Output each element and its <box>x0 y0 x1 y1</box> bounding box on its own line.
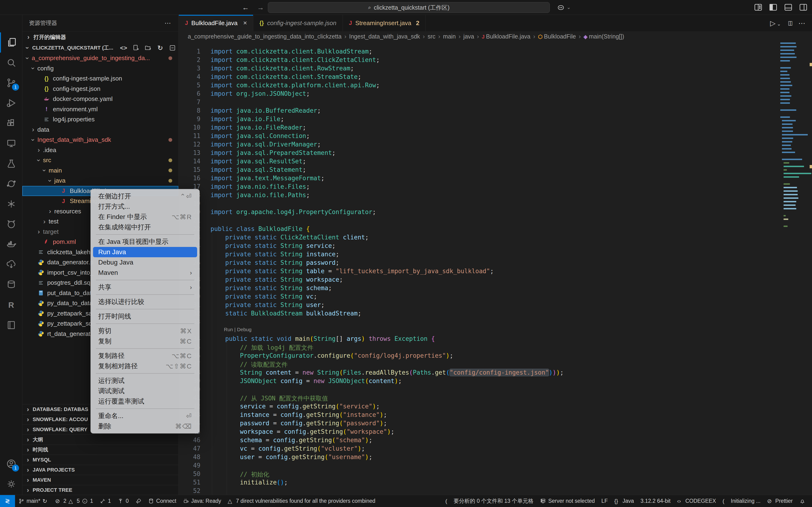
tree-item-config-ingest.json[interactable]: {}config-ingest.json <box>22 84 178 94</box>
open-editors-section[interactable]: › 打开的编辑器 <box>22 31 178 43</box>
remote-indicator[interactable]: ≷ <box>0 495 15 507</box>
search-icon[interactable] <box>0 53 22 73</box>
menu-item-在-Java-项目视图中显示[interactable]: 在 Java 项目视图中显示 <box>93 237 197 247</box>
status-launch[interactable] <box>132 495 145 507</box>
menu-item-在集成终端中打开[interactable]: 在集成终端中打开 <box>93 222 197 232</box>
breadcrumb-segment[interactable]: ◈main(String[]) <box>583 33 624 40</box>
status-eol[interactable]: LF <box>598 495 611 507</box>
panel-bottom-icon[interactable] <box>784 3 793 12</box>
source-control-icon[interactable]: 1 <box>0 73 22 93</box>
menu-item-在侧边打开[interactable]: 在侧边打开⌃⏎ <box>93 191 197 202</box>
workspace-section-header[interactable]: › CLICKZETTA_QUICKSTART (工... <>↻ <box>22 43 178 53</box>
menu-item-复制路径[interactable]: 复制路径⌥⌘C <box>93 351 197 361</box>
status-analysis[interactable]: (要分析的 0 个文件和 13 个单元格 <box>442 495 537 507</box>
tree-item-log4j.properties[interactable]: log4j.properties <box>22 114 178 125</box>
status-git-branch[interactable]: main*↻ <box>15 495 52 507</box>
breadcrumb-segment[interactable]: main <box>443 33 456 40</box>
tree-item-config[interactable]: ›config <box>22 63 178 74</box>
status-tools[interactable]: 1 <box>96 495 114 507</box>
breadcrumb-segment[interactable]: a_comprehensive_guide_to_ingesting_data_… <box>188 33 342 40</box>
menu-item-复制相对路径[interactable]: 复制相对路径⌥⇧⌘C <box>93 361 197 371</box>
back-icon[interactable]: ← <box>242 3 249 11</box>
code-icon[interactable]: <> <box>120 44 127 51</box>
menu-item-Run-Java[interactable]: Run Java <box>93 247 197 257</box>
run-button[interactable]: ▷⌄ <box>770 19 781 27</box>
pane-maven[interactable]: ›MAVEN <box>22 475 179 485</box>
status-sqltools-connect[interactable]: Connect <box>145 495 180 507</box>
notebook-icon[interactable] <box>0 315 22 335</box>
menu-item-打开时间线[interactable]: 打开时间线 <box>93 311 197 322</box>
minimap[interactable] <box>780 42 809 495</box>
testing-icon[interactable] <box>0 154 22 174</box>
breadcrumb-segment[interactable]: Ingest_data_with_java_sdk <box>349 33 420 40</box>
copilot-menu[interactable]: ⌄ <box>557 3 571 11</box>
tab-bulkloadfile.java[interactable]: JBulkloadFile.java× <box>179 15 253 31</box>
tree-item-main[interactable]: ›main <box>22 165 178 176</box>
split-editor-icon[interactable]: ▯▯ <box>788 20 791 26</box>
refresh-icon[interactable]: ↻ <box>157 44 164 51</box>
collapse-icon[interactable] <box>169 44 176 51</box>
pane-java-projects[interactable]: ›JAVA PROJECTS <box>22 465 179 475</box>
pane-mysql[interactable]: ›MYSQL <box>22 455 179 465</box>
codegeex-r-icon[interactable]: R <box>0 295 22 315</box>
menu-item-删除[interactable]: 删除⌘⌫ <box>93 421 197 432</box>
status-problems[interactable]: ⊘2△51 <box>52 495 96 507</box>
more-actions-icon[interactable]: ⋯ <box>798 19 805 27</box>
pane-project-tree[interactable]: ›PROJECT TREE <box>22 485 179 495</box>
menu-item-调试测试[interactable]: 调试测试 <box>93 386 197 396</box>
tree-item-a_comprehensive_guide_to_ingesting_da...[interactable]: ›a_comprehensive_guide_to_ingesting_da..… <box>22 53 178 63</box>
snowflake-icon[interactable] <box>0 194 22 214</box>
remote-explorer-icon[interactable] <box>0 133 22 154</box>
menu-item-运行覆盖率测试[interactable]: 运行覆盖率测试 <box>93 396 197 406</box>
explorer-icon[interactable] <box>0 33 22 53</box>
close-icon[interactable]: × <box>243 19 247 27</box>
account-icon[interactable]: 1 <box>0 454 22 474</box>
settings-gear-icon[interactable] <box>0 474 22 494</box>
status-server[interactable]: Server not selected <box>537 495 598 507</box>
pane--[interactable]: ›大纲 <box>22 435 179 445</box>
menu-item-Debug-Java[interactable]: Debug Java <box>93 257 197 268</box>
tree-item-java[interactable]: ›java <box>22 176 178 186</box>
panel-right-icon[interactable] <box>799 3 808 12</box>
codelens-run-debug[interactable]: Run | Debug <box>224 327 252 332</box>
tree-item-.idea[interactable]: ›.idea <box>22 145 178 155</box>
menu-item-打开方式-[interactable]: 打开方式... <box>93 202 197 212</box>
tree-item-docker-compose.yaml[interactable]: docker-compose.yaml <box>22 94 178 104</box>
tree-item-ingest_data_with_java_sdk[interactable]: ›Ingest_data_with_java_sdk <box>22 135 178 145</box>
menu-item-Maven[interactable]: Maven› <box>93 268 197 278</box>
tab-config-ingest-sample.json[interactable]: {}config-ingest-sample.json <box>253 15 343 31</box>
breadcrumb-segment[interactable]: src <box>427 33 436 40</box>
status-vulnerabilities[interactable]: △7 direct vulnerabilities found for all … <box>224 495 378 507</box>
jupyter-icon[interactable] <box>0 174 22 194</box>
code-editor[interactable]: 1import com.clickzetta.client.BulkloadSt… <box>179 42 780 495</box>
panel-left-icon[interactable] <box>769 3 778 12</box>
extensions-icon[interactable] <box>0 113 22 133</box>
run-debug-icon[interactable] <box>0 93 22 113</box>
menu-item-重命名-[interactable]: 重命名...⏎ <box>93 411 197 421</box>
pane--[interactable]: ›时间线 <box>22 445 179 455</box>
status-notifications[interactable] <box>796 495 809 507</box>
menu-item-在-Finder-中显示[interactable]: 在 Finder 中显示⌥⌘R <box>93 212 197 222</box>
sqltools-icon[interactable] <box>0 275 22 295</box>
newfile-icon[interactable] <box>132 44 139 51</box>
breadcrumb[interactable]: a_comprehensive_guide_to_ingesting_data_… <box>179 31 812 42</box>
status-java-status[interactable]: Java: Ready <box>180 495 224 507</box>
tab-streaminginsert.java[interactable]: JStreamingInsert.java2 <box>343 15 426 31</box>
status-prettier[interactable]: ⊘Prettier <box>764 495 796 507</box>
menu-item-共享[interactable]: 共享› <box>93 282 197 292</box>
breadcrumb-segment[interactable]: JBulkloadFile.java <box>481 33 530 40</box>
cloud-download-icon[interactable] <box>0 255 22 275</box>
menu-item-选择以进行比较[interactable]: 选择以进行比较 <box>93 297 197 307</box>
status-ports[interactable]: 0 <box>114 495 132 507</box>
menu-item-复制[interactable]: 复制⌘C <box>93 336 197 346</box>
tree-item-data[interactable]: ›data <box>22 125 178 135</box>
breadcrumb-segment[interactable]: java <box>463 33 474 40</box>
github-icon[interactable] <box>0 214 22 234</box>
tree-item-config-ingest-sample.json[interactable]: {}config-ingest-sample.json <box>22 73 178 84</box>
breadcrumb-segment[interactable]: ⬡BulkloadFile <box>538 33 576 40</box>
forward-icon[interactable]: → <box>257 3 264 11</box>
command-center-search[interactable]: ⌕ clickzetta_quickstart (工作区) <box>268 2 550 13</box>
menu-item-运行测试[interactable]: 运行测试 <box>93 376 197 386</box>
status-initializing[interactable]: (Initializing ... <box>719 495 764 507</box>
menu-item-剪切[interactable]: 剪切⌘X <box>93 326 197 336</box>
